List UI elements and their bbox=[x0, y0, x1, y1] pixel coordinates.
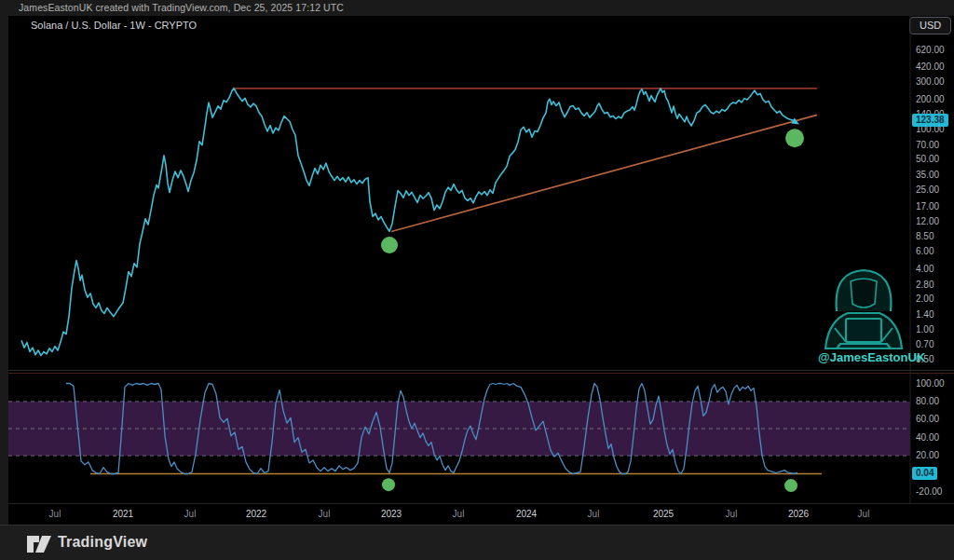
price-tick-label: 1.00 bbox=[916, 324, 934, 335]
time-tick-year-label: 2025 bbox=[653, 509, 674, 519]
time-tick-year-label: 2024 bbox=[516, 509, 537, 519]
price-tick-label: 620.00 bbox=[916, 45, 945, 55]
price-tick-label: 4.00 bbox=[916, 264, 934, 274]
price-tick-label: 200.00 bbox=[916, 94, 945, 104]
price-tick-label: 12.00 bbox=[916, 216, 939, 226]
oscillator-tick-label: 60.00 bbox=[916, 414, 939, 424]
chart-canvas[interactable] bbox=[0, 0, 954, 560]
price-tick-label: 1.40 bbox=[916, 309, 934, 320]
price-tick-label: 300.00 bbox=[916, 76, 945, 87]
price-tick-label: 35.00 bbox=[916, 170, 939, 180]
trend-line-rising-support bbox=[391, 115, 817, 231]
price-tick-label: 70.00 bbox=[916, 140, 939, 150]
tradingview-logo-icon bbox=[0, 526, 56, 560]
time-tick-month-label: Jul bbox=[184, 509, 197, 519]
footer-bar: TradingView bbox=[0, 525, 954, 560]
time-tick-month-label: Jul bbox=[319, 509, 331, 519]
price-tick-label: 2.00 bbox=[916, 294, 934, 304]
oscillator-tick-label: 40.00 bbox=[916, 432, 939, 443]
time-tick-year-label: 2023 bbox=[381, 509, 402, 519]
price-tick-label: 6.00 bbox=[916, 246, 934, 256]
price-tick-label: 25.00 bbox=[916, 184, 939, 195]
oscillator-tick-label: 20.00 bbox=[916, 450, 939, 460]
oscillator-tick-label: -20.00 bbox=[916, 486, 942, 497]
time-tick-month-label: Jul bbox=[49, 509, 61, 519]
price-tick-label: 420.00 bbox=[916, 61, 945, 72]
green-dot-osc-2022 bbox=[382, 478, 395, 491]
oscillator-value-badge: 0.04 bbox=[912, 467, 937, 480]
oscillator-tick-label: 100.00 bbox=[916, 378, 945, 389]
price-tick-label: 2.80 bbox=[916, 280, 934, 290]
price-line bbox=[21, 89, 794, 356]
green-dot-2025 bbox=[785, 129, 804, 147]
price-tick-label: 17.00 bbox=[916, 201, 939, 212]
time-tick-year-label: 2022 bbox=[246, 509, 266, 519]
green-dot-2022-low bbox=[381, 237, 398, 253]
time-tick-month-label: Jul bbox=[453, 509, 465, 519]
price-tick-label: 0.70 bbox=[916, 339, 934, 349]
time-tick-month-label: Jul bbox=[726, 509, 738, 519]
oscillator-tick-label: 80.00 bbox=[916, 396, 939, 406]
time-tick-month-label: Jul bbox=[588, 509, 600, 519]
green-dot-osc-2025 bbox=[784, 479, 797, 492]
time-tick-month-label: Jul bbox=[858, 509, 870, 519]
price-tick-label: 50.00 bbox=[916, 154, 939, 164]
time-tick-year-label: 2026 bbox=[788, 509, 809, 519]
price-tick-label: 8.50 bbox=[916, 231, 934, 241]
watermark-handle: @JamesEastonUK bbox=[818, 350, 917, 364]
time-tick-year-label: 2021 bbox=[113, 509, 133, 519]
hacker-watermark-icon bbox=[825, 270, 902, 348]
tradingview-brand-text: TradingView bbox=[58, 534, 147, 551]
last-price-badge: 123.38 bbox=[912, 114, 948, 127]
